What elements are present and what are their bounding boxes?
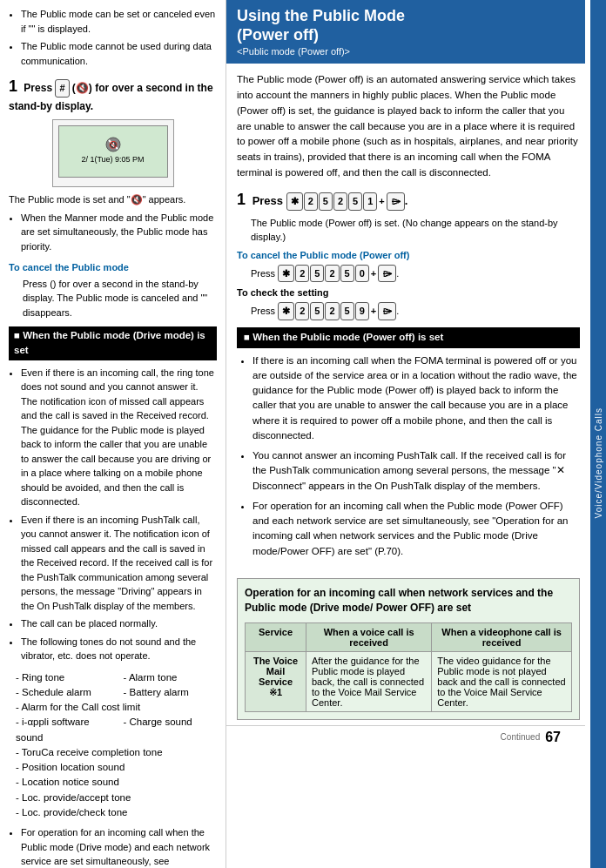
key-2: 2 xyxy=(295,265,309,283)
step1-note: The Public mode (Power off) is set. (No … xyxy=(237,216,580,245)
intro-paragraph: The Public mode (Power off) is an automa… xyxy=(237,72,580,181)
cancel-keys-block: Press ✱ 2 5 2 5 0 + ⌲ . xyxy=(237,265,580,283)
key-5a: 5 xyxy=(319,192,333,211)
phone-illustration: 🔇 2/ 1(Tue) 9:05 PM xyxy=(52,119,174,187)
power-off-bullet-3: For operation for an incoming call when … xyxy=(252,499,580,559)
dash-row-2: - Schedule alarm - Battery alarm xyxy=(16,685,217,700)
dash-item: - Position location sound xyxy=(16,760,217,775)
key-9: 9 xyxy=(355,302,369,320)
key-5: 5 xyxy=(340,302,354,320)
step1-header: 1 Press # (🔇) for over a second in the s… xyxy=(9,75,217,114)
service-table: Service When a voice call is received Wh… xyxy=(245,622,572,712)
final-bullet: For operation for an incoming call when … xyxy=(21,825,217,868)
dash-row-4: - i-αppli software sound - Charge sound xyxy=(16,715,217,745)
dash-item: - Alarm for the Call cost limit xyxy=(16,700,217,715)
key-5b: 5 xyxy=(348,192,362,211)
power-off-bullet-2: You cannot answer an incoming PushTalk c… xyxy=(252,448,580,494)
step-number: 1 xyxy=(9,77,17,95)
page-footer: Continued 67 xyxy=(226,725,585,749)
right-body: The Public mode (Power off) is an automa… xyxy=(226,72,585,571)
key-star: ✱ xyxy=(286,192,303,211)
bottom-box-title: Operation for an incoming call when netw… xyxy=(245,586,572,616)
phone-screen: 🔇 2/ 1(Tue) 9:05 PM xyxy=(58,125,168,178)
dash-item: - Battery alarm xyxy=(124,685,218,700)
final-bullet-list: For operation for an incoming call when … xyxy=(9,825,217,868)
dash-item: - Loc. provide/accept tone xyxy=(16,791,217,805)
drive-bullet-1: Even if there is an incoming call, the r… xyxy=(21,366,217,509)
dash-item: - Alarm tone xyxy=(124,670,218,685)
dash-item: - i-αppli software sound xyxy=(16,715,110,745)
right-content-wrapper: Using the Public Mode(Power off) <Public… xyxy=(226,0,606,868)
cell-video-call: The video guidance for the Public mode i… xyxy=(432,651,572,711)
drive-bullet-3: The call can be placed normally. xyxy=(21,616,217,631)
col-video-call: When a videophone call is received xyxy=(432,622,572,651)
dash-items-list: - Ring tone - Alarm tone - Schedule alar… xyxy=(9,670,217,821)
key-1: 1 xyxy=(363,192,377,211)
power-off-bullets: If there is an incoming call when the FO… xyxy=(237,353,580,559)
key-dial: ⌲ xyxy=(378,302,396,320)
right-column: Using the Public Mode(Power off) <Public… xyxy=(226,0,606,868)
key-dial: ⌲ xyxy=(387,192,405,211)
key-5: 5 xyxy=(310,302,324,320)
drive-bullet-2: Even if there is an incoming PushTalk ca… xyxy=(21,513,217,614)
vertical-tab-text: Voice/Videophone Calls xyxy=(594,407,603,518)
continued-text: Continued xyxy=(501,732,541,742)
page-title-block: Using the Public Mode(Power off) <Public… xyxy=(226,0,585,64)
step1-text: Press # (🔇) for over a second in the sta… xyxy=(9,82,213,112)
power-off-section-header: ■ When the Public mode (Power off) is se… xyxy=(237,327,580,348)
cancel-public-mode-text: Press () for over a second in the stand-… xyxy=(9,277,217,320)
key-dial: ⌲ xyxy=(378,265,396,283)
bullet-item: The Public mode cannot be used during da… xyxy=(21,39,217,68)
page-title-sub: <Public mode (Power off)> xyxy=(237,46,575,57)
col-voice-call: When a voice call is received xyxy=(306,622,432,651)
key-2: 2 xyxy=(304,192,318,211)
cancel-key-sequence: ✱ 2 5 2 5 0 + ⌲ xyxy=(278,265,396,283)
dash-item: - Charge sound xyxy=(124,715,218,745)
key-0: 0 xyxy=(355,265,369,283)
key-star: ✱ xyxy=(278,265,294,283)
drive-mode-section-header: ■ When the Public mode (Drive mode) is s… xyxy=(9,326,217,360)
plus-sign: + xyxy=(371,266,376,281)
manner-note-list: When the Manner mode and the Public mode… xyxy=(9,211,217,254)
key-star: ✱ xyxy=(278,302,294,320)
check-keys-block: Press ✱ 2 5 2 5 9 + ⌲ . xyxy=(237,302,580,320)
dash-item: - Location notice sound xyxy=(16,775,217,790)
dash-item: - Ring tone xyxy=(16,670,110,685)
step1-instruction: Press ✱ 2 5 2 5 1 + ⌲ . xyxy=(252,194,408,207)
dash-item: - Schedule alarm xyxy=(16,685,110,700)
key-2: 2 xyxy=(295,302,309,320)
dash-item: - Loc. provide/check tone xyxy=(16,805,217,820)
step-number: 1 xyxy=(237,191,246,208)
right-step1: 1 Press ✱ 2 5 2 5 1 + ⌲ . xyxy=(237,188,580,212)
check-setting-label: To check the setting xyxy=(237,286,580,300)
plus-sign: + xyxy=(379,194,384,209)
power-off-bullet-1: If there is an incoming call when the FO… xyxy=(252,353,580,444)
dash-row-1: - Ring tone - Alarm tone xyxy=(16,670,217,685)
cell-voice-call: After the guidance for the Public mode i… xyxy=(306,651,432,711)
cancel-power-off-label: To cancel the Public mode (Power off) xyxy=(237,248,580,263)
table-row: The Voice Mail Service※1 After the guida… xyxy=(246,651,572,711)
key-sequence-main: ✱ 2 5 2 5 1 + ⌲ xyxy=(286,192,405,211)
page-title-main: Using the Public Mode(Power off) xyxy=(237,7,575,44)
svg-text:🔇: 🔇 xyxy=(109,140,118,149)
key-2b: 2 xyxy=(333,192,347,211)
key-5: 5 xyxy=(340,265,354,283)
manner-icon: 🔇 xyxy=(105,137,121,152)
vertical-tab: Voice/Videophone Calls xyxy=(590,0,606,868)
top-bullets: The Public mode can be set or canceled e… xyxy=(9,7,217,68)
drive-mode-bullets: Even if there is an incoming call, the r… xyxy=(9,366,217,663)
plus-sign: + xyxy=(371,304,376,319)
key-2: 2 xyxy=(325,265,339,283)
bullet-item: The Public mode can be set or canceled e… xyxy=(21,7,217,36)
table-header-row: Service When a voice call is received Wh… xyxy=(246,622,572,651)
key-2: 2 xyxy=(325,302,339,320)
manner-note: When the Manner mode and the Public mode… xyxy=(21,211,217,254)
cancel-public-mode-label: To cancel the Public mode xyxy=(9,260,217,275)
mode-set-note: The Public mode is set and "🔇" appears. xyxy=(9,192,217,207)
key-5: 5 xyxy=(310,265,324,283)
screen-line1: 2/ 1(Tue) 9:05 PM xyxy=(81,154,144,166)
col-service: Service xyxy=(246,622,306,651)
cell-service: The Voice Mail Service※1 xyxy=(246,651,306,711)
left-column: The Public mode can be set or canceled e… xyxy=(0,0,226,868)
bottom-operation-box: Operation for an incoming call when netw… xyxy=(237,578,580,720)
